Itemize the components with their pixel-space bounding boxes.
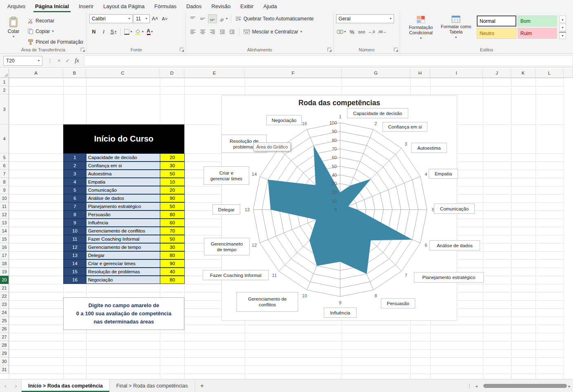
row-header-7[interactable]: 7 [0, 170, 9, 178]
column-header-K[interactable]: K [511, 69, 535, 78]
row-header-6[interactable]: 6 [0, 162, 9, 170]
row-header-29[interactable]: 29 [0, 349, 9, 357]
chart-category-label[interactable]: Gerenciamento de conflitos [237, 292, 298, 312]
column-header-B[interactable]: B [63, 69, 86, 78]
decrease-indent-button[interactable] [218, 27, 227, 36]
competency-value-cell[interactable]: 80 [160, 251, 185, 259]
menu-tab-arquivo[interactable]: Arquivo [2, 0, 30, 12]
competency-index-cell[interactable]: 5 [63, 186, 86, 194]
decrease-decimal-button[interactable]: ,00→ [377, 27, 387, 36]
competency-value-cell[interactable]: 90 [160, 194, 185, 202]
cell-style-bom[interactable]: Bom [518, 16, 557, 27]
competency-name-cell[interactable]: Gerenciamento de tempo [86, 243, 160, 251]
table-title-cell[interactable]: Início do Curso [63, 124, 184, 153]
align-left-button[interactable] [188, 27, 197, 36]
row-header-22[interactable]: 22 [0, 292, 9, 300]
row-header-31[interactable]: 31 [0, 365, 9, 374]
conditional-formatting-button[interactable]: Formatação Condicional ▾ [403, 14, 438, 40]
dialog-launcher-icon[interactable] [327, 48, 331, 51]
row-header-16[interactable]: 16 [0, 243, 9, 251]
menu-tab-revisao[interactable]: Revisão [206, 0, 235, 12]
competency-value-cell[interactable]: 80 [160, 276, 185, 284]
row-header-12[interactable]: 12 [0, 210, 9, 219]
align-bottom-button[interactable] [208, 14, 217, 23]
row-header-1[interactable]: 1 [0, 78, 9, 86]
column-header-G[interactable]: G [342, 69, 410, 78]
insert-function-icon[interactable]: fx [75, 58, 79, 64]
hscroll-right-arrow[interactable]: ▸ [569, 379, 573, 392]
row-header-28[interactable]: 28 [0, 341, 9, 349]
menu-tab-ajuda[interactable]: Ajuda [259, 0, 282, 12]
menu-tab-layout-da-pagina[interactable]: Layout da Página [98, 0, 149, 12]
column-header-H[interactable]: H [410, 69, 430, 78]
chart-category-label[interactable]: Gerencimaneto de tempo [204, 238, 250, 255]
column-header-A[interactable]: A [9, 69, 63, 78]
column-header-J[interactable]: J [483, 69, 511, 78]
row-header-24[interactable]: 24 [0, 308, 9, 317]
fill-color-button[interactable]: ▾ [134, 27, 144, 36]
row-header-17[interactable]: 17 [0, 251, 9, 259]
chart-category-label[interactable]: Persuasão [381, 298, 415, 308]
align-center-button[interactable] [198, 27, 207, 36]
align-right-button[interactable] [208, 27, 217, 36]
competency-value-cell[interactable]: 90 [160, 259, 185, 268]
competency-value-cell[interactable]: 20 [160, 153, 185, 162]
competency-name-cell[interactable]: Influência [86, 219, 160, 227]
row-header-9[interactable]: 9 [0, 186, 9, 194]
row-header-21[interactable]: 21 [0, 284, 9, 292]
dialog-launcher-icon[interactable] [180, 48, 184, 51]
menu-tab-formulas[interactable]: Fórmulas [150, 0, 181, 12]
chart-category-label[interactable]: Fazer Coaching Informal [203, 270, 269, 280]
chart-category-label[interactable]: Influência [324, 308, 356, 318]
row-header-19[interactable]: 19 [0, 268, 9, 276]
row-header-14[interactable]: 14 [0, 227, 9, 235]
column-header-I[interactable]: I [430, 69, 483, 78]
competency-value-cell[interactable]: 10 [160, 178, 185, 186]
competency-value-cell[interactable]: 50 [160, 235, 185, 243]
column-header-C[interactable]: C [86, 69, 160, 78]
column-header-F[interactable]: F [245, 69, 342, 78]
competency-name-cell[interactable]: Capacidade de decisão [86, 153, 160, 162]
select-all-corner[interactable] [0, 69, 9, 78]
underline-button[interactable]: S ▾ [109, 27, 118, 36]
chart-category-label[interactable]: Capacidade de decisão [347, 108, 408, 118]
chart-category-label[interactable]: Delegar [212, 204, 240, 215]
competency-index-cell[interactable]: 8 [63, 210, 86, 219]
bold-button[interactable]: N [89, 27, 98, 36]
chart-category-label[interactable]: Autoestima [411, 143, 447, 153]
drag-handle-icon[interactable]: ⋮ [47, 58, 53, 64]
chart-title[interactable]: Roda das competências [222, 99, 457, 107]
competency-value-cell[interactable]: 20 [160, 186, 185, 194]
competency-index-cell[interactable]: 12 [63, 243, 86, 251]
tabs-scroll-left-button[interactable]: ‹ [0, 379, 11, 392]
gallery-scroll-up-button[interactable]: ▲ [559, 16, 566, 23]
format-as-table-button[interactable]: Formatar como Tabela ▾ [438, 14, 473, 40]
column-header-E[interactable]: E [184, 69, 245, 78]
competency-index-cell[interactable]: 15 [63, 268, 86, 276]
chart-category-label[interactable]: Criar e gerenciar times [204, 166, 249, 185]
competency-name-cell[interactable]: Autoestima [86, 170, 160, 178]
row-header-2[interactable]: 2 [0, 86, 9, 94]
enter-icon[interactable]: ✓ [66, 58, 70, 64]
competency-name-cell[interactable]: Fazer Coaching Informal [86, 235, 160, 243]
comma-style-button[interactable]: 000 [357, 27, 366, 36]
dialog-launcher-icon[interactable] [81, 48, 84, 51]
competency-value-cell[interactable]: 30 [160, 243, 185, 251]
row-header-10[interactable]: 10 [0, 194, 9, 202]
menu-tab-pagina-inicial[interactable]: Página Inicial [30, 0, 74, 12]
format-painter-button[interactable]: Pincel de Formatação [26, 38, 85, 47]
competency-name-cell[interactable]: Delegar [86, 251, 160, 259]
chart-category-label[interactable]: Negociação [266, 115, 302, 125]
column-header-L[interactable]: L [535, 69, 564, 78]
font-size-select[interactable]: 11 ▾ [133, 14, 150, 23]
chart-category-label[interactable]: Planejamento estratégico [414, 272, 484, 283]
cancel-icon[interactable]: × [58, 58, 61, 64]
paste-button[interactable]: Colar ▾ [3, 16, 24, 47]
sheet-tab-final-roda-das-competencias[interactable]: Final > Roda das competências [110, 379, 195, 392]
competency-name-cell[interactable]: Planejamento estratégico [86, 202, 160, 210]
menu-tab-exibir[interactable]: Exibir [235, 0, 259, 12]
competency-name-cell[interactable]: Análise de dados [86, 194, 160, 202]
row-header-26[interactable]: 26 [0, 325, 9, 333]
competency-index-cell[interactable]: 11 [63, 235, 86, 243]
borders-button[interactable]: ▾ [123, 27, 133, 36]
